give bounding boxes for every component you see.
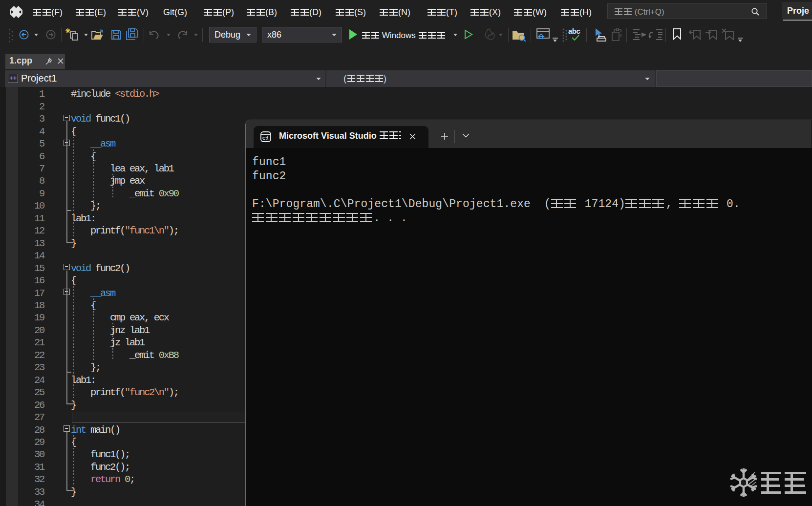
svg-text:C:\: C:\ [262, 135, 268, 140]
